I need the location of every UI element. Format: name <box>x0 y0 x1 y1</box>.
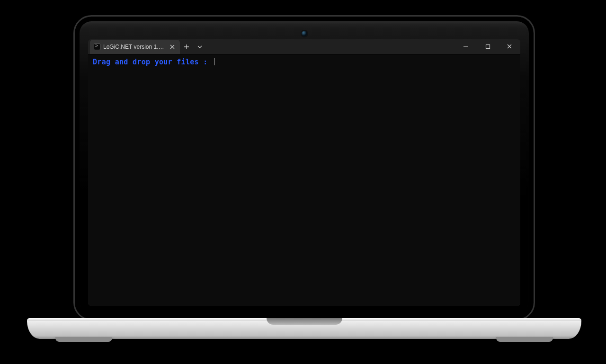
laptop-foot-left <box>55 337 112 342</box>
tab-actions <box>180 40 206 54</box>
window-titlebar: LoGiC.NET version 1.5 Antitam <box>88 39 520 54</box>
minimize-icon <box>463 44 469 49</box>
laptop-bezel: LoGiC.NET version 1.5 Antitam <box>73 15 535 320</box>
laptop-notch <box>267 318 342 325</box>
window-maximize-button[interactable] <box>477 39 499 54</box>
terminal-icon <box>94 44 100 50</box>
new-tab-button[interactable] <box>180 40 193 53</box>
window-close-button[interactable] <box>499 39 520 54</box>
terminal-cursor <box>214 58 214 65</box>
laptop-frame: LoGiC.NET version 1.5 Antitam <box>73 15 535 332</box>
tab-dropdown-button[interactable] <box>193 40 206 53</box>
screen: LoGiC.NET version 1.5 Antitam <box>88 39 520 306</box>
close-icon <box>170 44 175 49</box>
terminal-prompt: Drag and drop your files : <box>93 58 212 66</box>
laptop-foot-right <box>496 337 553 342</box>
window-minimize-button[interactable] <box>455 39 477 54</box>
tab-active[interactable]: LoGiC.NET version 1.5 Antitam <box>90 40 180 54</box>
window-controls <box>455 39 520 54</box>
terminal-body[interactable]: Drag and drop your files : <box>88 54 520 306</box>
svg-rect-0 <box>486 44 490 48</box>
close-icon <box>507 44 512 49</box>
plus-icon <box>184 44 189 50</box>
laptop-base <box>27 318 581 339</box>
maximize-icon <box>485 44 490 49</box>
tab-title: LoGiC.NET version 1.5 Antitam <box>103 44 166 50</box>
chevron-down-icon <box>197 44 202 49</box>
laptop-camera <box>302 31 307 36</box>
tab-close-button[interactable] <box>169 43 176 51</box>
